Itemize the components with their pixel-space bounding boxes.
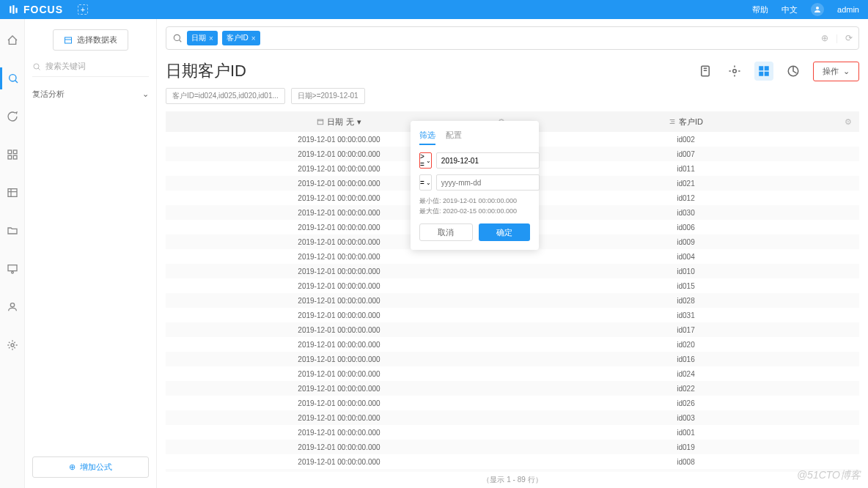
operator-select-2[interactable]: =⌄ [419, 174, 432, 191]
svg-point-18 [733, 70, 737, 73]
query-tag-date[interactable]: 日期× [187, 31, 218, 45]
svg-rect-1 [12, 5, 14, 14]
filter-value-1[interactable] [436, 152, 540, 169]
table-row[interactable]: 2019-12-01 00:00:00.000id010 [166, 264, 859, 278]
column-settings-icon[interactable]: ⚙ [845, 117, 852, 127]
chart-view-icon[interactable] [784, 62, 803, 81]
cell-date: 2019-12-01 00:00:00.000 [166, 454, 512, 469]
nav-rail [0, 19, 25, 488]
table-row[interactable]: 2019-12-01 00:00:00.000id031 [166, 308, 859, 322]
content-area: 日期× 客户ID× ⊕ | ⟳ 日期客户ID 操作⌄ 客户ID=id024,id… [157, 19, 868, 488]
cell-id: id009 [512, 234, 859, 249]
sidebar-search[interactable]: 搜索关键词 [32, 61, 149, 77]
table-row[interactable]: 2019-12-01 00:00:00.000id016 [166, 352, 859, 366]
table-row[interactable]: 2019-12-01 00:00:00.000id015 [166, 278, 859, 293]
table-row[interactable]: 2019-12-01 00:00:00.000id019 [166, 440, 859, 454]
sort-icon[interactable]: ▾ [357, 117, 361, 127]
svg-rect-0 [10, 6, 11, 12]
filter-chip-date[interactable]: 日期>=2019-12-01 [291, 88, 365, 104]
query-tag-customer[interactable]: 客户ID× [222, 31, 260, 45]
close-icon[interactable]: × [209, 34, 213, 42]
cell-id: id011 [512, 161, 859, 176]
select-datatable-button[interactable]: 选择数据表 [53, 29, 128, 51]
cell-id: id020 [512, 337, 859, 352]
cell-date: 2019-12-01 00:00:00.000 [166, 366, 512, 381]
svg-rect-2 [15, 8, 17, 13]
add-circle-icon[interactable]: ⊕ [821, 33, 828, 43]
nav-chat[interactable] [0, 106, 25, 127]
table-row[interactable]: 2019-12-01 00:00:00.000id018 [166, 469, 859, 472]
table-row[interactable]: 2019-12-01 00:00:00.000id028 [166, 293, 859, 308]
operator-select-1[interactable]: > =⌄ [419, 152, 432, 169]
cell-id: id021 [512, 176, 859, 191]
divider: | [836, 33, 838, 43]
nav-monitor[interactable] [0, 258, 25, 280]
cell-id: id001 [512, 425, 859, 440]
chevron-down-icon: ⌄ [142, 89, 149, 99]
svg-point-3 [816, 7, 819, 10]
brand-logo[interactable]: FOCUS [9, 4, 63, 15]
logo-icon [9, 4, 19, 15]
new-tab-button[interactable]: + [78, 4, 88, 15]
row-count: （显示 1 - 89 行） [166, 472, 859, 488]
svg-rect-5 [8, 150, 12, 154]
close-icon[interactable]: × [251, 34, 256, 42]
filter-value-2[interactable] [436, 174, 540, 191]
refresh-icon[interactable]: ⟳ [845, 33, 853, 43]
cell-date: 2019-12-01 00:00:00.000 [166, 410, 512, 425]
svg-point-12 [10, 303, 14, 307]
table-row[interactable]: 2019-12-01 00:00:00.000id022 [166, 381, 859, 396]
grid-view-icon[interactable] [754, 62, 773, 81]
confirm-button[interactable]: 确定 [479, 223, 531, 241]
text-icon [669, 118, 676, 125]
cell-id: id006 [512, 220, 859, 234]
nav-users[interactable] [0, 296, 25, 318]
filter-chip-customer[interactable]: 客户ID=id024,id025,id020,id01... [166, 88, 285, 104]
table-row[interactable]: 2019-12-01 00:00:00.000id026 [166, 396, 859, 410]
nav-search[interactable] [0, 67, 25, 89]
sidebar: 选择数据表 搜索关键词 复活分析 ⌄ ⊕ 增加公式 [25, 19, 157, 488]
cell-id: id016 [512, 352, 859, 366]
table-row[interactable]: 2019-12-01 00:00:00.000id020 [166, 337, 859, 352]
cell-date: 2019-12-01 00:00:00.000 [166, 469, 512, 472]
chevron-down-icon: ⌄ [426, 180, 431, 186]
table-row[interactable]: 2019-12-01 00:00:00.000id004 [166, 249, 859, 264]
cell-id: id003 [512, 410, 859, 425]
table-row[interactable]: 2019-12-01 00:00:00.000id003 [166, 410, 859, 425]
add-formula-button[interactable]: ⊕ 增加公式 [32, 456, 149, 478]
cell-id: id028 [512, 293, 859, 308]
svg-rect-6 [13, 150, 17, 154]
svg-rect-9 [8, 189, 17, 197]
table-row[interactable]: 2019-12-01 00:00:00.000id024 [166, 366, 859, 381]
table-row[interactable]: 2019-12-01 00:00:00.000id001 [166, 425, 859, 440]
svg-rect-19 [759, 66, 763, 70]
nav-table[interactable] [0, 182, 25, 204]
calendar-icon [317, 118, 324, 125]
operations-button[interactable]: 操作⌄ [813, 62, 859, 81]
cancel-button[interactable]: 取消 [419, 223, 473, 241]
column-customer-id[interactable]: 客户ID ⚙ [512, 111, 859, 132]
pin-icon[interactable] [696, 62, 715, 81]
svg-point-16 [174, 34, 180, 40]
help-link[interactable]: 帮助 [752, 4, 768, 15]
app-header: FOCUS + 帮助 中文 admin [0, 0, 868, 19]
tab-filter[interactable]: 筛选 [419, 130, 435, 145]
nav-settings[interactable] [0, 334, 25, 356]
language-toggle[interactable]: 中文 [781, 4, 798, 15]
svg-rect-10 [8, 265, 17, 271]
filter-popover: 筛选 配置 > =⌄ =⌄ 最小值: 2019-12-01 00:00:00.0… [411, 121, 539, 250]
query-bar[interactable]: 日期× 客户ID× ⊕ | ⟳ [166, 26, 859, 50]
svg-rect-21 [759, 72, 763, 76]
settings-icon[interactable] [725, 62, 744, 81]
nav-home[interactable] [0, 29, 25, 51]
nav-folder[interactable] [0, 220, 25, 242]
tab-config[interactable]: 配置 [446, 130, 462, 145]
table-row[interactable]: 2019-12-01 00:00:00.000id017 [166, 322, 859, 337]
user-avatar-icon[interactable] [811, 3, 824, 16]
nav-dashboard[interactable] [0, 144, 25, 166]
table-row[interactable]: 2019-12-01 00:00:00.000id008 [166, 454, 859, 469]
cell-id: id019 [512, 440, 859, 454]
category-item[interactable]: 复活分析 ⌄ [32, 89, 149, 100]
cell-date: 2019-12-01 00:00:00.000 [166, 278, 512, 293]
username[interactable]: admin [837, 5, 859, 14]
